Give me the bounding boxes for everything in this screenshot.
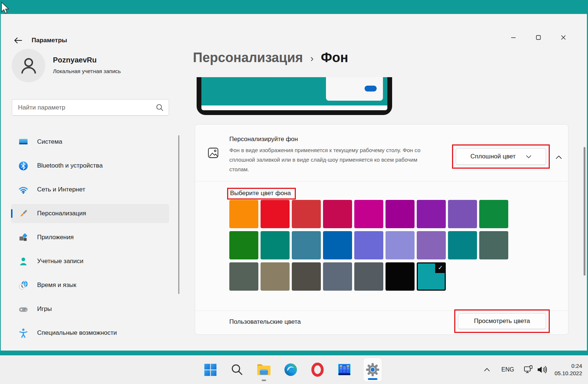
network-volume-group[interactable] xyxy=(524,365,547,374)
back-button[interactable] xyxy=(12,34,24,47)
color-swatch[interactable] xyxy=(292,200,321,228)
chevron-down-icon xyxy=(526,155,531,158)
color-swatch[interactable] xyxy=(448,231,477,259)
color-swatch[interactable] xyxy=(261,262,290,291)
color-swatch[interactable] xyxy=(386,231,415,259)
tray-expand-button[interactable] xyxy=(482,365,492,374)
taskbar-icons xyxy=(202,355,382,384)
color-swatch[interactable] xyxy=(386,200,415,228)
minimize-icon xyxy=(511,35,516,40)
system-tray: ENG 0:24 05.10.2022 xyxy=(482,355,582,384)
edge-browser-button[interactable] xyxy=(283,362,298,377)
sidebar-item-label: Учетные записи xyxy=(37,258,83,265)
sidebar-item-label: Специальные возможности xyxy=(37,329,117,337)
volume-icon xyxy=(537,365,547,374)
back-arrow-icon xyxy=(14,37,22,44)
search-icon[interactable] xyxy=(156,104,164,113)
window-title: Параметры xyxy=(32,37,67,44)
annotation-box-picker-label: Выберите цвет фона xyxy=(227,188,296,200)
color-swatch[interactable] xyxy=(417,200,446,228)
color-swatch[interactable] xyxy=(261,231,290,259)
apps-icon xyxy=(18,233,28,243)
background-style-dropdown[interactable]: Сплошной цвет xyxy=(456,148,546,165)
color-swatch[interactable]: ✓ xyxy=(417,262,446,291)
breadcrumb-separator-icon: › xyxy=(310,51,313,64)
color-swatch[interactable] xyxy=(323,200,352,228)
clock[interactable]: 0:24 05.10.2022 xyxy=(555,362,582,377)
sidebar-item-label: Bluetooth и устройства xyxy=(37,162,103,169)
account-person-icon xyxy=(18,256,28,266)
color-swatch[interactable] xyxy=(386,262,415,291)
taskbar-search-button[interactable] xyxy=(229,362,245,377)
clock-globe-icon xyxy=(18,280,28,290)
search-input[interactable] xyxy=(18,100,154,115)
color-swatch[interactable] xyxy=(479,200,508,228)
background-preview-monitor xyxy=(197,77,392,115)
sidebar-nav: Система Bluetooth и устройства Сеть и Ин… xyxy=(11,132,169,347)
color-swatch[interactable] xyxy=(229,262,258,291)
breadcrumb: Персонализация › Фон xyxy=(193,50,348,65)
color-swatch[interactable] xyxy=(448,200,477,228)
minimize-button[interactable] xyxy=(502,30,525,45)
search-icon xyxy=(231,363,243,376)
clock-time: 0:24 xyxy=(555,362,582,370)
color-swatch[interactable] xyxy=(323,231,352,259)
color-swatch[interactable] xyxy=(229,200,258,228)
color-swatch[interactable] xyxy=(417,231,446,259)
sidebar-item-accessibility[interactable]: Специальные возможности xyxy=(11,323,169,342)
file-explorer-button[interactable] xyxy=(256,362,272,377)
chevron-up-icon xyxy=(484,368,490,372)
avatar[interactable] xyxy=(12,49,45,82)
bluetooth-icon xyxy=(18,161,28,171)
sidebar-item-accounts[interactable]: Учетные записи xyxy=(11,252,169,271)
language-indicator[interactable]: ENG xyxy=(499,365,516,374)
breadcrumb-parent[interactable]: Персонализация xyxy=(193,50,303,65)
sidebar-item-personalization[interactable]: Персонализация xyxy=(11,204,169,223)
background-color-grid: ✓ xyxy=(229,200,508,291)
sidebar-item-apps[interactable]: Приложения xyxy=(11,228,169,247)
sidebar-item-network-internet[interactable]: Сеть и Интернет xyxy=(11,180,169,199)
close-button[interactable] xyxy=(552,30,575,45)
opera-browser-button[interactable] xyxy=(310,362,325,377)
edge-icon xyxy=(284,363,298,377)
desktop: Параметры PoznyaevRu Локальная учетная з… xyxy=(0,0,588,384)
background-preview-screen xyxy=(201,77,387,110)
maximize-icon xyxy=(536,35,541,40)
settings-window: Параметры PoznyaevRu Локальная учетная з… xyxy=(1,14,587,351)
color-swatch[interactable] xyxy=(292,262,321,291)
start-button[interactable] xyxy=(202,362,218,377)
person-icon xyxy=(19,56,38,75)
color-swatch[interactable] xyxy=(292,231,321,259)
sidebar-item-label: Игры xyxy=(37,305,52,313)
sidebar-item-bluetooth-devices[interactable]: Bluetooth и устройства xyxy=(11,156,169,175)
color-swatch[interactable] xyxy=(323,262,352,291)
sidebar-item-time-language[interactable]: Время и язык xyxy=(11,276,169,295)
sidebar-item-system[interactable]: Система xyxy=(11,132,169,151)
color-swatch[interactable] xyxy=(229,231,258,259)
ethernet-icon xyxy=(524,365,533,374)
background-settings-card: Персонализируйте фон Фон в виде изображе… xyxy=(195,124,569,335)
account-type: Локальная учетная запись xyxy=(53,68,121,74)
color-swatch[interactable] xyxy=(354,200,383,228)
color-picker-section: Выберите цвет фона ✓ xyxy=(195,182,568,311)
settings-app-button[interactable] xyxy=(363,358,382,381)
color-swatch[interactable] xyxy=(354,231,383,259)
sidebar-item-label: Система xyxy=(37,138,62,146)
custom-colors-row: Пользовательские цвета Просмотреть цвета xyxy=(195,311,568,334)
view-colors-button[interactable]: Просмотреть цвета xyxy=(458,313,546,329)
sidebar-scrollbar[interactable] xyxy=(178,135,179,294)
maximize-button[interactable] xyxy=(527,30,550,45)
collapse-section-button[interactable] xyxy=(556,154,562,161)
sidebar-item-gaming[interactable]: Игры xyxy=(11,299,169,319)
color-picker-label: Выберите цвет фона xyxy=(230,190,291,197)
annotation-box-view-colors: Просмотреть цвета xyxy=(454,309,550,333)
clock-date: 05.10.2022 xyxy=(555,370,582,377)
personalize-background-title: Персонализируйте фон xyxy=(229,136,422,143)
color-swatch[interactable] xyxy=(479,231,508,259)
file-manager-app-button[interactable] xyxy=(337,362,352,377)
color-swatch[interactable] xyxy=(261,200,290,228)
color-swatch[interactable] xyxy=(354,262,383,291)
sidebar-item-label: Сеть и Интернет xyxy=(37,186,85,193)
main-scrollbar[interactable] xyxy=(584,147,585,276)
personalize-background-row: Персонализируйте фон Фон в виде изображе… xyxy=(195,125,568,182)
